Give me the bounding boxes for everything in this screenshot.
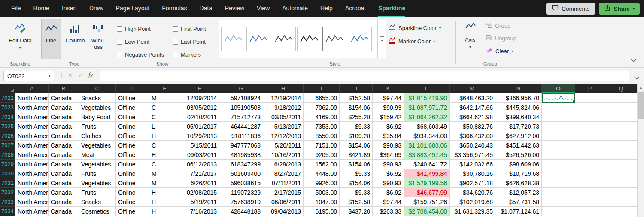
cell-J7023[interactable]: $154.06 (340, 103, 373, 112)
cell-A7030[interactable]: North America (15, 169, 49, 178)
cell-J7029[interactable]: $154.06 (340, 160, 373, 169)
cell-L7022[interactable]: $1,015,419.90 (404, 93, 450, 103)
column-header-D[interactable]: D (116, 84, 149, 93)
cell-H7029[interactable]: 6/28/2013 (263, 160, 304, 169)
cell-A7032[interactable]: North America (15, 188, 49, 197)
cell-O7034[interactable] (542, 207, 575, 216)
cell-A7033[interactable]: North America (15, 197, 49, 207)
cell-O7032[interactable] (542, 188, 575, 197)
cell-E7027[interactable]: C (149, 141, 180, 150)
cell-L7023[interactable]: $1,087,971.72 (404, 103, 450, 112)
cell-L7027[interactable]: $1,101,683.06 (404, 141, 450, 150)
cell-L7031[interactable]: $1,529,199.56 (404, 178, 450, 188)
column-header-E[interactable]: E (149, 84, 180, 93)
cell-A7024[interactable]: North America (15, 112, 49, 122)
cell-P7033[interactable] (575, 197, 605, 207)
cell-C7022[interactable]: Snacks (79, 93, 116, 103)
sparkline-style-option-2[interactable] (246, 27, 270, 51)
marker-color-button[interactable]: Marker Color ▾ (389, 37, 435, 45)
cell-P7027[interactable] (575, 141, 605, 150)
sparkline-style-option-3[interactable] (272, 27, 296, 51)
cell-O7027[interactable] (542, 141, 575, 150)
cell-B7032[interactable]: Canada (49, 188, 79, 197)
row-header-7024[interactable]: 7024 (0, 112, 15, 122)
cell-I7025[interactable]: 7353.00 (304, 122, 340, 131)
row-header-7029[interactable]: 7029 (0, 160, 15, 169)
cell-F7030[interactable]: 7/21/2017 (180, 169, 219, 178)
cell-Q7023[interactable] (605, 103, 637, 112)
cell-J7031[interactable]: $154.06 (340, 178, 373, 188)
column-header-O[interactable]: O (542, 84, 575, 93)
cell-C7029[interactable]: Vegetables (79, 160, 116, 169)
cell-D7033[interactable]: Online (116, 197, 149, 207)
cell-G7025[interactable]: 464441287 (219, 122, 263, 131)
column-header-C[interactable]: C (79, 84, 116, 93)
cell-N7025[interactable]: $17,720.73 (495, 122, 542, 131)
share-button[interactable]: Share ▾ (599, 3, 640, 15)
cell-C7031[interactable]: Vegetables (79, 178, 116, 188)
cell-N7034[interactable]: $1,077,124.61 (495, 207, 542, 216)
cell-B7026[interactable]: Canada (49, 131, 79, 141)
cell-K7024[interactable]: $159.42 (373, 112, 404, 122)
cell-N7029[interactable]: $98,609.06 (495, 160, 542, 169)
cell-L7033[interactable]: $159,751.26 (404, 197, 450, 207)
cell-B7031[interactable]: Canada (49, 178, 79, 188)
cell-F7031[interactable]: 6/26/2011 (180, 178, 219, 188)
checkbox-low-point[interactable]: Low Point (117, 39, 173, 45)
cell-C7028[interactable]: Meat (79, 150, 116, 160)
cell-K7030[interactable]: $6.92 (373, 169, 404, 178)
row-header-7026[interactable]: 7026 (0, 131, 15, 141)
cell-J7032[interactable]: $9.33 (340, 188, 373, 197)
cell-M7025[interactable]: $50,882.76 (450, 122, 495, 131)
checkbox-high-point[interactable]: High Point (117, 26, 173, 32)
tab-file[interactable]: File (11, 0, 21, 17)
cell-J7022[interactable]: $152.58 (340, 93, 373, 103)
cell-Q7025[interactable] (605, 122, 637, 131)
row-header-7032[interactable]: 7032 (0, 188, 15, 197)
cell-H7031[interactable]: 07/11/2011 (263, 178, 304, 188)
cell-E7026[interactable]: H (149, 131, 180, 141)
cell-D7032[interactable]: Online (116, 188, 149, 197)
column-header-H[interactable]: H (263, 84, 304, 93)
cell-J7028[interactable]: $421.89 (340, 150, 373, 160)
cell-A7029[interactable]: North America (15, 160, 49, 169)
group-button[interactable]: Group (486, 22, 510, 30)
cell-A7023[interactable]: North America (15, 103, 49, 112)
comments-button[interactable]: Comments (546, 3, 595, 15)
cell-K7022[interactable]: $97.44 (373, 93, 404, 103)
cell-C7033[interactable]: Snacks (79, 197, 116, 207)
cell-F7027[interactable]: 5/15/2011 (180, 141, 219, 150)
cell-B7028[interactable]: Canada (49, 150, 79, 160)
row-header-7023[interactable]: 7023 (0, 103, 15, 112)
cell-K7023[interactable]: $90.93 (373, 103, 404, 112)
cell-M7026[interactable]: $306,432.00 (450, 131, 495, 141)
cell-J7026[interactable]: $109.28 (340, 131, 373, 141)
cell-B7029[interactable]: Canada (49, 160, 79, 169)
cell-F7025[interactable]: 05/01/2017 (180, 122, 219, 131)
cell-D7027[interactable]: Offline (116, 141, 149, 150)
collapse-ribbon-button[interactable] (630, 56, 637, 64)
cell-D7026[interactable]: Offline (116, 131, 149, 141)
cell-E7022[interactable]: M (149, 93, 180, 103)
cell-F7023[interactable]: 03/05/2012 (180, 103, 219, 112)
cell-M7028[interactable]: $3,356,971.45 (450, 150, 495, 160)
cell-G7028[interactable]: 481985938 (219, 150, 263, 160)
cell-P7024[interactable] (575, 112, 605, 122)
cell-C7026[interactable]: Clothes (79, 131, 116, 141)
cell-D7023[interactable]: Offline (116, 103, 149, 112)
cell-A7031[interactable]: North America (15, 178, 49, 188)
cell-H7025[interactable]: 5/13/2017 (263, 122, 304, 131)
cell-G7030[interactable]: 501603400 (219, 169, 263, 178)
cell-G7029[interactable]: 618347299 (219, 160, 263, 169)
cell-G7026[interactable]: 918111836 (219, 131, 263, 141)
cell-E7030[interactable]: M (149, 169, 180, 178)
cell-G7027[interactable]: 947777068 (219, 141, 263, 150)
cell-D7031[interactable]: Online (116, 178, 149, 188)
cell-M7027[interactable]: $650,240.43 (450, 141, 495, 150)
cell-D7022[interactable]: Offline (116, 93, 149, 103)
cell-O7022[interactable] (542, 93, 575, 103)
cell-N7022[interactable]: $366,956.70 (495, 93, 542, 103)
type-winloss-button[interactable]: Win/Loss (88, 19, 108, 59)
cell-P7023[interactable] (575, 103, 605, 112)
cell-F7022[interactable]: 12/09/2014 (180, 93, 219, 103)
